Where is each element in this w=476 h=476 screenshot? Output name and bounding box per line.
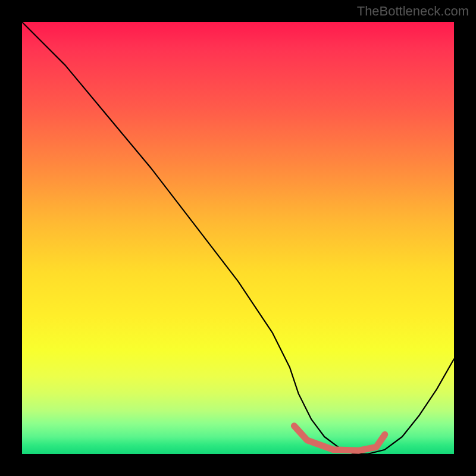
attribution-text: TheBottleneck.com [357, 4, 469, 19]
optimal-range-highlight [22, 22, 454, 454]
chart-plot-area [22, 22, 454, 454]
